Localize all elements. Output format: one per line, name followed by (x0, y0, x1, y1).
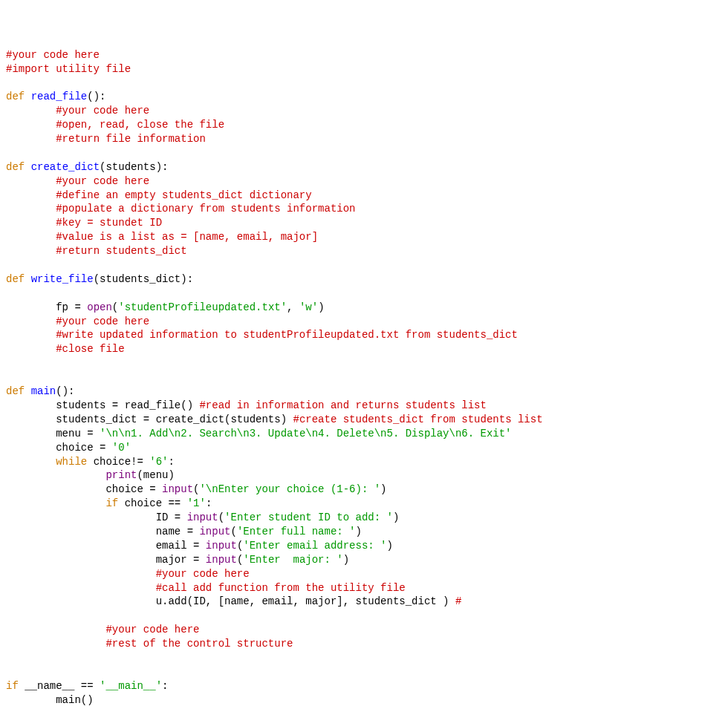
paren: ) (356, 526, 362, 537)
comment: #write updated information to studentPro… (56, 329, 518, 341)
indent (6, 624, 105, 635)
comment: #open, read, close the file (56, 119, 224, 131)
comment: #create students_dict from students list (293, 414, 542, 425)
paren: ( (230, 526, 236, 537)
indent (6, 343, 56, 355)
indent (6, 316, 56, 327)
indent (6, 526, 156, 537)
comment: #define an empty students_dict dictionar… (56, 189, 311, 201)
string: 'w' (299, 301, 318, 313)
comment: #call add function from the utility file (156, 582, 406, 594)
indent (6, 694, 56, 706)
comment: #your code here (6, 49, 100, 61)
code-text: choice = (105, 483, 162, 495)
paren: ( (112, 301, 118, 313)
indent (6, 329, 56, 341)
comment: #your code here (56, 175, 149, 187)
indent (6, 497, 105, 509)
indent (6, 428, 56, 439)
paren: ) (393, 511, 399, 523)
comment: #read in information and returns student… (199, 399, 486, 411)
string: '6' (149, 456, 168, 468)
signature: (students_dict): (94, 273, 193, 285)
code-text: major = (156, 554, 206, 566)
signature: (students): (100, 161, 168, 173)
call-input: input (199, 526, 230, 537)
func-read-file: read_file (31, 91, 88, 102)
indent (6, 217, 56, 229)
colon: : (206, 497, 212, 509)
indent (6, 231, 56, 243)
code-text: fp = (56, 301, 87, 313)
keyword-if: if (6, 680, 19, 692)
call-main: main() (56, 694, 93, 706)
call-input: input (187, 511, 218, 523)
code-text: students = read_file() (56, 399, 199, 411)
code-text: students_dict = create_dict(students) (56, 414, 293, 425)
comment: #close file (56, 343, 124, 355)
code-text: name = (156, 526, 200, 537)
keyword-def: def (6, 385, 25, 397)
keyword-if: if (105, 497, 118, 509)
string: '1' (187, 497, 206, 509)
comment: #your code here (56, 316, 149, 327)
call-print: print (105, 469, 137, 481)
comment: #import utility file (6, 63, 131, 75)
call-open: open (87, 301, 112, 313)
paren: ) (380, 483, 386, 495)
indent (6, 245, 56, 257)
indent (6, 456, 56, 468)
code-text: menu = (56, 428, 100, 439)
indent (6, 442, 56, 454)
signature: (): (87, 91, 105, 102)
comment: #your code here (105, 624, 199, 635)
indent (6, 511, 156, 523)
string-main: '__main__' (100, 680, 162, 692)
indent (6, 119, 56, 131)
paren: ) (343, 554, 349, 566)
indent (6, 638, 105, 650)
indent (6, 414, 56, 425)
indent (6, 133, 56, 145)
string: 'Enter email address: ' (243, 540, 386, 552)
comment: #return students_dict (56, 245, 186, 257)
code-text: choice == (118, 497, 186, 509)
keyword-def: def (6, 273, 25, 285)
paren: ) (387, 540, 393, 552)
indent (6, 582, 156, 594)
comment: #value is a list as = [name, email, majo… (56, 231, 318, 243)
string: '0' (112, 442, 131, 454)
call-input: input (206, 540, 237, 552)
indent (6, 595, 156, 607)
string: '\n\n1. Add\n2. Search\n3. Update\n4. De… (100, 428, 512, 439)
string: 'Enter major: ' (243, 554, 342, 566)
comment: #your code here (156, 568, 250, 580)
paren: ) (318, 301, 324, 313)
comment: #return file information (56, 133, 206, 145)
colon: : (168, 456, 174, 468)
comment: #rest of the control structure (105, 638, 293, 650)
indent (6, 189, 56, 201)
indent (6, 540, 156, 552)
call-input: input (162, 483, 193, 495)
code-text: choice!= (87, 456, 149, 468)
indent (6, 469, 105, 481)
indent (6, 483, 105, 495)
comma: , (287, 301, 299, 313)
func-main: main (31, 385, 56, 397)
indent (6, 554, 156, 566)
indent (6, 203, 56, 215)
comment: #populate a dictionary from students inf… (56, 203, 355, 215)
code-text: __name__ == (19, 680, 100, 692)
indent (6, 105, 56, 117)
string: '\nEnter your choice (1-6): ' (199, 483, 380, 495)
paren: ( (218, 511, 224, 523)
keyword-def: def (6, 91, 25, 102)
signature: (): (56, 385, 74, 397)
indent (6, 175, 56, 187)
code-text: (menu) (137, 469, 174, 481)
func-create-dict: create_dict (31, 161, 100, 173)
comment: #key = stundet ID (56, 217, 162, 229)
keyword-while: while (56, 456, 87, 468)
func-write-file: write_file (31, 273, 94, 285)
